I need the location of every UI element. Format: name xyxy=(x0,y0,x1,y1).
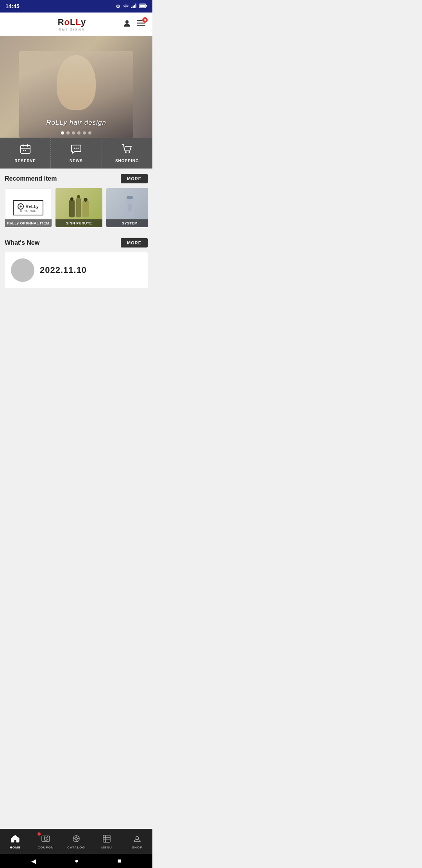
svg-point-18 xyxy=(75,148,77,149)
hero-face xyxy=(57,55,96,110)
svg-rect-9 xyxy=(137,22,145,23)
app-header: RoLLy hair design N xyxy=(0,13,152,36)
svg-point-27 xyxy=(84,198,88,202)
product-logo-box: R●LLy ORIGINAL xyxy=(13,200,43,215)
svg-rect-2 xyxy=(134,5,135,8)
dot-6[interactable] xyxy=(88,131,91,135)
slider-dots xyxy=(61,131,91,135)
dot-3[interactable] xyxy=(72,131,75,135)
hero-overlay: RoLLy hair design xyxy=(19,51,134,138)
svg-point-25 xyxy=(70,197,73,201)
wifi-icon xyxy=(123,4,129,9)
profile-button[interactable] xyxy=(123,19,131,30)
svg-point-26 xyxy=(77,195,80,198)
svg-point-7 xyxy=(125,20,129,23)
svg-point-17 xyxy=(73,148,75,149)
svg-point-20 xyxy=(125,151,127,153)
nav-shopping[interactable]: SHOPPING xyxy=(102,138,152,169)
whats-new-section: What's New MORE 2022.11.10 xyxy=(0,233,152,292)
header-icons: N xyxy=(123,19,145,30)
hero-image: RoLLy hair design xyxy=(0,36,152,138)
hero-slider[interactable]: RoLLy hair design xyxy=(0,36,152,138)
svg-rect-15 xyxy=(23,150,24,151)
product-name-3: SYSTEM xyxy=(106,219,148,227)
svg-rect-0 xyxy=(131,7,132,8)
nav-reserve[interactable]: RESERVE xyxy=(0,138,51,169)
product-card-2[interactable]: SINN PURUTE xyxy=(55,188,102,227)
product-name-1: RoLLy ORIGINAL ITEM xyxy=(5,219,52,227)
news-avatar xyxy=(11,258,34,282)
product-card-3[interactable]: SYSTEM xyxy=(106,188,148,227)
news-date: 2022.11.10 xyxy=(40,265,87,275)
signal-icon xyxy=(131,4,137,9)
recommend-more-button[interactable]: MORE xyxy=(121,174,148,183)
battery-icon xyxy=(139,4,147,9)
calendar-icon xyxy=(20,143,31,157)
cart-icon xyxy=(122,143,132,157)
reserve-label: RESERVE xyxy=(14,159,36,163)
svg-rect-11 xyxy=(21,145,30,153)
news-label: NEWS xyxy=(70,159,83,163)
svg-rect-22 xyxy=(69,200,75,217)
status-icons: ⚙ xyxy=(116,4,147,9)
whats-new-more-button[interactable]: MORE xyxy=(121,238,148,247)
svg-rect-3 xyxy=(136,4,137,8)
product-row: R●LLy ORIGINAL RoLLy ORIGINAL ITEM xyxy=(5,188,148,229)
dot-2[interactable] xyxy=(66,131,70,135)
dot-5[interactable] xyxy=(83,131,86,135)
svg-rect-1 xyxy=(133,5,134,8)
news-card[interactable]: 2022.11.10 xyxy=(5,252,148,288)
svg-rect-23 xyxy=(76,198,81,217)
svg-rect-24 xyxy=(82,201,89,217)
hero-brand-text: RoLLy hair design xyxy=(46,119,106,127)
quick-nav: RESERVE NEWS SHOPPING xyxy=(0,138,152,169)
svg-rect-5 xyxy=(146,5,147,7)
status-bar: 14:45 ⚙ xyxy=(0,0,152,13)
svg-rect-16 xyxy=(25,150,26,151)
logo-subtitle: hair design xyxy=(59,27,85,31)
dot-1[interactable] xyxy=(61,131,64,135)
recommend-header: Recommend Item MORE xyxy=(5,174,148,183)
whats-new-header: What's New MORE xyxy=(5,238,148,247)
menu-button[interactable]: N xyxy=(137,19,145,30)
svg-rect-30 xyxy=(128,204,132,212)
dot-4[interactable] xyxy=(77,131,80,135)
svg-point-19 xyxy=(77,148,79,149)
logo-text: RoLLy xyxy=(58,17,86,27)
status-time: 14:45 xyxy=(5,3,20,9)
svg-rect-29 xyxy=(127,196,133,199)
settings-icon: ⚙ xyxy=(116,4,120,9)
product-card-1[interactable]: R●LLy ORIGINAL RoLLy ORIGINAL ITEM xyxy=(5,188,52,227)
svg-rect-10 xyxy=(137,25,145,26)
nav-news[interactable]: NEWS xyxy=(51,138,102,169)
notification-badge: N xyxy=(142,17,148,23)
product-name-2: SINN PURUTE xyxy=(55,219,102,227)
svg-point-21 xyxy=(129,151,130,153)
shopping-label: SHOPPING xyxy=(115,159,139,163)
logo: RoLLy hair design xyxy=(58,17,86,31)
whats-new-title: What's New xyxy=(5,239,39,246)
chat-icon xyxy=(71,143,82,157)
recommend-title: Recommend Item xyxy=(5,175,57,182)
recommend-section: Recommend Item MORE R●LLy ORIGINAL RoLLy… xyxy=(0,169,152,233)
svg-rect-6 xyxy=(140,4,145,7)
